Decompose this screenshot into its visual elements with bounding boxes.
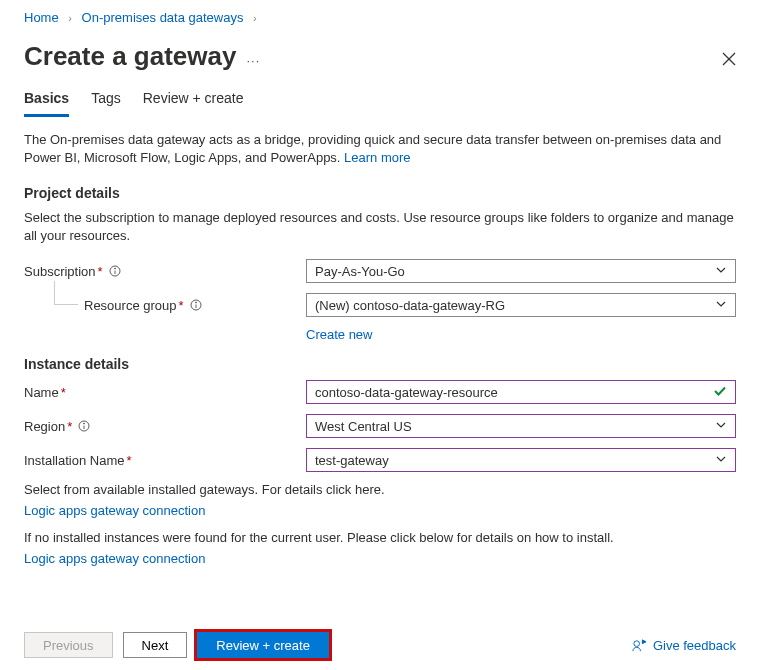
svg-point-10	[84, 423, 85, 424]
installation-name-select[interactable]: test-gateway	[306, 448, 736, 472]
available-gateways-text: Select from available installed gateways…	[24, 482, 736, 497]
page-title: Create a gateway	[24, 41, 236, 72]
review-create-button[interactable]: Review + create	[197, 632, 329, 658]
breadcrumb-home[interactable]: Home	[24, 10, 59, 25]
chevron-right-icon: ›	[253, 12, 257, 24]
intro-text: The On-premises data gateway acts as a b…	[24, 131, 736, 167]
name-input[interactable]: contoso-data-gateway-resource	[306, 380, 736, 404]
info-icon[interactable]	[190, 299, 202, 311]
resource-group-select[interactable]: (New) contoso-data-gateway-RG	[306, 293, 736, 317]
previous-button[interactable]: Previous	[24, 632, 113, 658]
more-icon[interactable]: ···	[246, 53, 260, 68]
breadcrumb-gateways[interactable]: On-premises data gateways	[82, 10, 244, 25]
project-details-desc: Select the subscription to manage deploy…	[24, 209, 736, 245]
next-button[interactable]: Next	[123, 632, 188, 658]
name-label: Name*	[24, 385, 306, 400]
chevron-down-icon	[715, 419, 727, 434]
tab-review[interactable]: Review + create	[143, 86, 244, 117]
close-icon[interactable]	[722, 52, 736, 69]
give-feedback-link[interactable]: Give feedback	[632, 638, 736, 653]
installation-name-label: Installation Name*	[24, 453, 306, 468]
learn-more-link[interactable]: Learn more	[344, 150, 410, 165]
svg-point-11	[634, 640, 640, 646]
subscription-label: Subscription*	[24, 264, 306, 279]
svg-point-7	[195, 302, 196, 303]
svg-point-4	[114, 268, 115, 269]
chevron-down-icon	[715, 298, 727, 313]
project-details-heading: Project details	[24, 185, 736, 201]
chevron-right-icon: ›	[68, 12, 72, 24]
chevron-down-icon	[715, 453, 727, 468]
instance-details-heading: Instance details	[24, 356, 736, 372]
tabs: Basics Tags Review + create	[24, 86, 736, 117]
gateway-connection-link-1[interactable]: Logic apps gateway connection	[24, 503, 205, 518]
no-instances-text: If no installed instances were found for…	[24, 530, 736, 545]
info-icon[interactable]	[109, 265, 121, 277]
subscription-select[interactable]: Pay-As-You-Go	[306, 259, 736, 283]
tab-basics[interactable]: Basics	[24, 86, 69, 117]
chevron-down-icon	[715, 264, 727, 279]
breadcrumb: Home › On-premises data gateways ›	[24, 10, 736, 25]
tree-connector	[54, 281, 78, 305]
feedback-icon	[632, 638, 647, 653]
check-icon	[713, 384, 727, 401]
region-label: Region*	[24, 419, 306, 434]
info-icon[interactable]	[78, 420, 90, 432]
region-select[interactable]: West Central US	[306, 414, 736, 438]
gateway-connection-link-2[interactable]: Logic apps gateway connection	[24, 551, 205, 566]
tab-tags[interactable]: Tags	[91, 86, 121, 117]
create-new-link[interactable]: Create new	[306, 327, 372, 342]
